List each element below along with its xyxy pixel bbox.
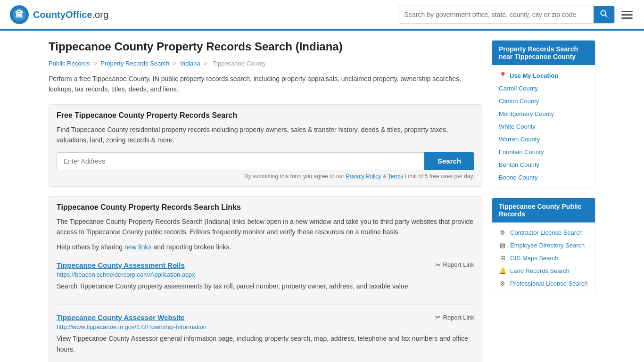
svg-text:🏛: 🏛	[15, 9, 24, 19]
list-item[interactable]: White County	[492, 120, 595, 133]
search-icon	[600, 10, 608, 17]
link-description: Search Tippecanoe County property assess…	[57, 281, 474, 291]
use-location-link[interactable]: Use My Location	[510, 72, 558, 79]
nearby-counties-box: Property Records Search near Tippecanoe …	[492, 40, 595, 188]
svg-line-4	[605, 15, 607, 17]
list-item[interactable]: ▤ Employee Directory Search	[492, 239, 595, 252]
free-search-description: Find Tippecanoe County residential prope…	[57, 124, 474, 146]
hamburger-line	[621, 11, 633, 12]
nearby-counties-title: Property Records Search near Tippecanoe …	[492, 41, 595, 65]
page-title: Tippecanoe County Property Records Searc…	[49, 40, 482, 53]
list-item[interactable]: Warren County	[492, 133, 595, 146]
use-location-item[interactable]: 📍 Use My Location	[492, 69, 595, 82]
logo-icon: 🏛	[9, 5, 29, 25]
bell-icon: 🔔	[499, 267, 506, 274]
county-link[interactable]: Warren County	[499, 136, 540, 143]
hamburger-menu-button[interactable]	[619, 9, 635, 21]
breadcrumb-public-records[interactable]: Public Records	[49, 60, 90, 67]
form-note-text: By submitting this form you agree to our	[244, 173, 344, 180]
public-records-list: ⚙ Contractor License Search ▤ Employee D…	[492, 222, 595, 294]
hamburger-line	[621, 14, 633, 16]
professional-license-link[interactable]: Professional License Search	[510, 280, 588, 287]
address-input[interactable]	[57, 152, 424, 170]
list-item[interactable]: Boone County	[492, 171, 595, 184]
list-item[interactable]: ⚙ Contractor License Search	[492, 226, 595, 239]
public-records-title: Tippecanoe County Public Records	[492, 198, 595, 222]
hamburger-line	[621, 17, 633, 19]
link-item: Tippecanoe County Assessment Rolls ✂ Rep…	[57, 261, 474, 305]
site-header: 🏛 CountyOffice.org	[0, 0, 644, 31]
logo-text: CountyOffice.org	[33, 9, 108, 20]
link-url[interactable]: http://www.tippecanoe.in.gov/172/Townshi…	[57, 323, 474, 330]
main-container: Tippecanoe County Property Records Searc…	[39, 31, 605, 362]
content-area: Tippecanoe County Property Records Searc…	[49, 40, 482, 362]
links-section: Tippecanoe County Property Records Searc…	[49, 196, 482, 362]
breadcrumb-sep: >	[204, 60, 207, 67]
list-item[interactable]: 🔔 Land Records Search	[492, 264, 595, 277]
gear-icon: ⚙	[499, 229, 506, 236]
list-item[interactable]: Clinton County	[492, 95, 595, 107]
list-item[interactable]: Fountain County	[492, 146, 595, 158]
privacy-policy-link[interactable]: Privacy Policy	[346, 173, 381, 180]
map-icon: ⊞	[499, 255, 506, 262]
breadcrumb-property-records[interactable]: Property Records Search	[100, 60, 169, 67]
list-item[interactable]: Montgomery County	[492, 107, 595, 120]
county-link[interactable]: White County	[499, 123, 536, 130]
county-link[interactable]: Clinton County	[499, 98, 539, 105]
link-description: View Tippecanoe County Assessor general …	[57, 333, 474, 354]
gear-icon: ⚙	[499, 280, 506, 287]
new-links-link[interactable]: new links	[124, 243, 152, 251]
county-link[interactable]: Boone County	[499, 174, 537, 181]
county-link[interactable]: Benton County	[499, 161, 539, 168]
breadcrumb-current: Tippecanoe County	[213, 60, 266, 67]
list-item[interactable]: Benton County	[492, 158, 595, 171]
logo[interactable]: 🏛 CountyOffice.org	[9, 5, 108, 25]
scissors-icon: ✂	[435, 261, 441, 269]
search-submit-button[interactable]: Search	[424, 152, 474, 170]
directory-icon: ▤	[499, 242, 506, 249]
global-search-input[interactable]	[398, 6, 594, 23]
free-search-section: Free Tippecanoe County Property Records …	[49, 104, 482, 187]
land-records-link[interactable]: Land Records Search	[510, 267, 570, 274]
contractor-license-link[interactable]: Contractor License Search	[510, 229, 583, 236]
link-item-title[interactable]: Tippecanoe County Assessment Rolls	[57, 261, 185, 269]
page-description: Perform a free Tippecanoe County, IN pub…	[49, 74, 482, 95]
link-item-header: Tippecanoe County Assessment Rolls ✂ Rep…	[57, 261, 474, 269]
list-item[interactable]: ⚙ Professional License Search	[492, 277, 595, 290]
link-url[interactable]: https://beacon.schneidercorp.com/Applica…	[57, 271, 474, 278]
free-search-heading: Free Tippecanoe County Property Records …	[57, 111, 474, 120]
form-note: By submitting this form you agree to our…	[57, 173, 474, 180]
link-item-header: Tippecanoe County Assessor Website ✂ Rep…	[57, 313, 474, 321]
location-icon: 📍	[499, 72, 507, 79]
breadcrumb: Public Records > Property Records Search…	[49, 60, 482, 67]
link-item-title[interactable]: Tippecanoe County Assessor Website	[57, 313, 184, 321]
report-link-button[interactable]: ✂ Report Link	[435, 313, 474, 321]
report-link-button[interactable]: ✂ Report Link	[435, 261, 474, 269]
global-search-bar	[398, 6, 615, 24]
county-link[interactable]: Carroll County	[499, 85, 538, 92]
global-search-button[interactable]	[594, 6, 614, 23]
links-section-heading: Tippecanoe County Property Records Searc…	[57, 203, 474, 212]
breadcrumb-indiana[interactable]: Indiana	[180, 60, 200, 67]
share-text-before: Help others by sharing	[57, 243, 123, 251]
county-link[interactable]: Montgomery County	[499, 110, 554, 117]
address-search-form: Search	[57, 152, 474, 170]
list-item[interactable]: Carroll County	[492, 82, 595, 95]
link-item: Tippecanoe County Assessor Website ✂ Rep…	[57, 313, 474, 362]
form-note-ampersand: &	[383, 173, 388, 180]
sidebar: Property Records Search near Tippecanoe …	[492, 40, 595, 362]
nearby-counties-list: 📍 Use My Location Carroll County Clinton…	[492, 65, 595, 188]
public-records-box: Tippecanoe County Public Records ⚙ Contr…	[492, 197, 595, 294]
employee-directory-link[interactable]: Employee Directory Search	[510, 242, 585, 249]
share-text: Help others by sharing new links and rep…	[57, 242, 474, 252]
share-text-after: and reporting broken links.	[153, 243, 231, 251]
report-link-label: Report Link	[443, 314, 474, 321]
breadcrumb-sep: >	[93, 60, 97, 67]
form-note-limit: Limit of 5 free uses per day.	[405, 173, 474, 180]
links-section-description: The Tippecanoe County Property Records S…	[57, 216, 474, 238]
report-link-label: Report Link	[443, 261, 474, 268]
gis-maps-link[interactable]: GIS Maps Search	[510, 255, 559, 262]
terms-link[interactable]: Terms	[388, 173, 404, 180]
list-item[interactable]: ⊞ GIS Maps Search	[492, 252, 595, 264]
county-link[interactable]: Fountain County	[499, 148, 544, 156]
